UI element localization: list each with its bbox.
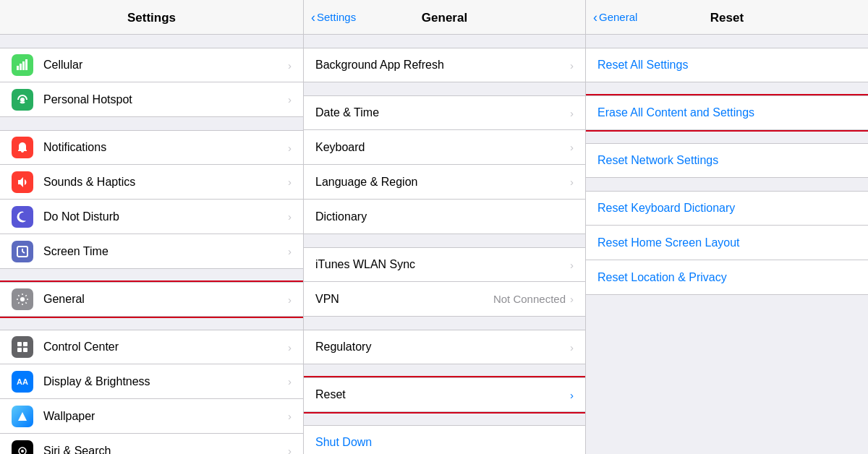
- sounds-haptics-label: Sounds & Haptics: [43, 176, 288, 189]
- notifications-chevron: ›: [288, 142, 292, 154]
- vpn-label: VPN: [315, 293, 493, 306]
- section-system: Notifications › Sounds & Haptics › Do No…: [0, 130, 303, 269]
- date-time-label: Date & Time: [315, 106, 570, 119]
- vpn-value: Not Connected: [493, 293, 566, 305]
- vpn-chevron: ›: [570, 293, 574, 305]
- section-shutdown: Shut Down: [304, 425, 585, 454]
- reset-back-link[interactable]: ‹ General: [593, 11, 637, 24]
- screen-time-label: Screen Time: [43, 245, 288, 258]
- regulatory-chevron: ›: [570, 341, 574, 354]
- cell-screen-time[interactable]: Screen Time ›: [0, 234, 303, 269]
- cell-notifications[interactable]: Notifications ›: [0, 130, 303, 165]
- personal-hotspot-icon: [12, 89, 33, 111]
- sounds-haptics-icon: [12, 171, 33, 193]
- section-reset: Reset ›: [304, 377, 585, 412]
- reset-all-settings-label: Reset All Settings: [597, 59, 688, 72]
- language-region-label: Language & Region: [315, 176, 570, 189]
- reset-back-label: General: [599, 11, 637, 23]
- reset-keyboard-dictionary-label: Reset Keyboard Dictionary: [597, 202, 735, 215]
- regulatory-label: Regulatory: [315, 340, 570, 354]
- display-brightness-chevron: ›: [288, 375, 292, 387]
- siri-search-label: Siri & Search: [43, 445, 288, 455]
- cell-general[interactable]: General ›: [0, 282, 303, 317]
- general-title: General: [422, 11, 467, 25]
- reset-panel: ‹ General Reset Reset All Settings Erase…: [586, 0, 868, 454]
- cell-itunes-wlan-sync[interactable]: iTunes WLAN Sync ›: [304, 247, 585, 282]
- reset-header: ‹ General Reset: [586, 0, 868, 35]
- svg-rect-2: [22, 61, 25, 70]
- section-connectivity: Cellular › Personal Hotspot ›: [0, 48, 303, 117]
- cell-reset-keyboard-dictionary[interactable]: Reset Keyboard Dictionary: [586, 191, 868, 226]
- cell-control-center[interactable]: Control Center ›: [0, 330, 303, 364]
- cell-regulatory[interactable]: Regulatory ›: [304, 330, 585, 364]
- general-content: Background App Refresh › Date & Time › K…: [304, 35, 585, 454]
- shut-down-label: Shut Down: [315, 436, 574, 449]
- cell-do-not-disturb[interactable]: Do Not Disturb ›: [0, 200, 303, 234]
- screen-time-chevron: ›: [288, 245, 292, 257]
- section-general: General ›: [0, 282, 303, 317]
- section-itunes-vpn: iTunes WLAN Sync › VPN Not Connected ›: [304, 247, 585, 317]
- cell-siri-search[interactable]: Siri & Search ›: [0, 434, 303, 454]
- cell-date-time[interactable]: Date & Time ›: [304, 95, 585, 130]
- cell-display-brightness[interactable]: AA Display & Brightness ›: [0, 364, 303, 399]
- reset-back-chevron-icon: ‹: [593, 11, 597, 24]
- svg-rect-12: [23, 348, 27, 352]
- settings-title: Settings: [127, 11, 176, 25]
- reset-chevron: ›: [570, 389, 574, 401]
- cell-reset-location-privacy[interactable]: Reset Location & Privacy: [586, 260, 868, 295]
- reset-label: Reset: [315, 388, 570, 401]
- section-regulatory: Regulatory ›: [304, 330, 585, 364]
- sounds-haptics-chevron: ›: [288, 176, 292, 188]
- control-center-icon: [12, 336, 33, 358]
- cell-cellular[interactable]: Cellular ›: [0, 48, 303, 82]
- dictionary-label: Dictionary: [315, 210, 574, 223]
- svg-rect-0: [17, 66, 19, 70]
- language-region-chevron: ›: [570, 176, 574, 188]
- svg-line-7: [22, 252, 25, 253]
- wallpaper-label: Wallpaper: [43, 410, 288, 423]
- do-not-disturb-icon: [12, 206, 33, 228]
- personal-hotspot-chevron: ›: [288, 93, 292, 106]
- cell-reset-all-settings[interactable]: Reset All Settings: [586, 48, 868, 82]
- cell-personal-hotspot[interactable]: Personal Hotspot ›: [0, 82, 303, 117]
- erase-all-content-label: Erase All Content and Settings: [597, 106, 754, 119]
- control-center-chevron: ›: [288, 341, 292, 354]
- display-brightness-icon: AA: [12, 371, 33, 393]
- svg-rect-3: [25, 59, 27, 70]
- cell-reset[interactable]: Reset ›: [304, 377, 585, 412]
- svg-point-8: [20, 297, 25, 301]
- background-app-refresh-label: Background App Refresh: [315, 59, 570, 72]
- svg-rect-1: [20, 64, 22, 70]
- date-time-chevron: ›: [570, 107, 574, 119]
- cell-background-app-refresh[interactable]: Background App Refresh ›: [304, 48, 585, 82]
- general-panel: ‹ Settings General Background App Refres…: [304, 0, 586, 454]
- svg-rect-11: [17, 348, 22, 352]
- cell-sounds-haptics[interactable]: Sounds & Haptics ›: [0, 165, 303, 200]
- cellular-icon: [12, 54, 33, 76]
- settings-content: Cellular › Personal Hotspot ›: [0, 35, 303, 454]
- cell-keyboard[interactable]: Keyboard ›: [304, 130, 585, 165]
- cell-shut-down[interactable]: Shut Down: [304, 425, 585, 454]
- control-center-label: Control Center: [43, 340, 288, 354]
- cell-reset-network-settings[interactable]: Reset Network Settings: [586, 143, 868, 178]
- svg-rect-9: [17, 342, 22, 346]
- cell-vpn[interactable]: VPN Not Connected ›: [304, 282, 585, 317]
- section-erase-all: Erase All Content and Settings: [586, 95, 868, 130]
- cell-reset-home-screen-layout[interactable]: Reset Home Screen Layout: [586, 226, 868, 260]
- personal-hotspot-label: Personal Hotspot: [43, 93, 288, 106]
- general-back-label: Settings: [317, 11, 356, 23]
- cell-wallpaper[interactable]: Wallpaper ›: [0, 399, 303, 434]
- reset-content: Reset All Settings Erase All Content and…: [586, 35, 868, 454]
- section-reset-network: Reset Network Settings: [586, 143, 868, 178]
- section-more: Control Center › AA Display & Brightness…: [0, 330, 303, 454]
- cell-dictionary[interactable]: Dictionary: [304, 200, 585, 234]
- section-bg-refresh: Background App Refresh ›: [304, 48, 585, 82]
- cell-language-region[interactable]: Language & Region ›: [304, 165, 585, 200]
- cellular-chevron: ›: [288, 59, 292, 72]
- itunes-wlan-sync-label: iTunes WLAN Sync: [315, 258, 570, 271]
- general-back-link[interactable]: ‹ Settings: [311, 11, 356, 24]
- display-brightness-label: Display & Brightness: [43, 375, 288, 388]
- background-app-refresh-chevron: ›: [570, 59, 574, 72]
- wallpaper-chevron: ›: [288, 410, 292, 422]
- cell-erase-all-content[interactable]: Erase All Content and Settings: [586, 95, 868, 130]
